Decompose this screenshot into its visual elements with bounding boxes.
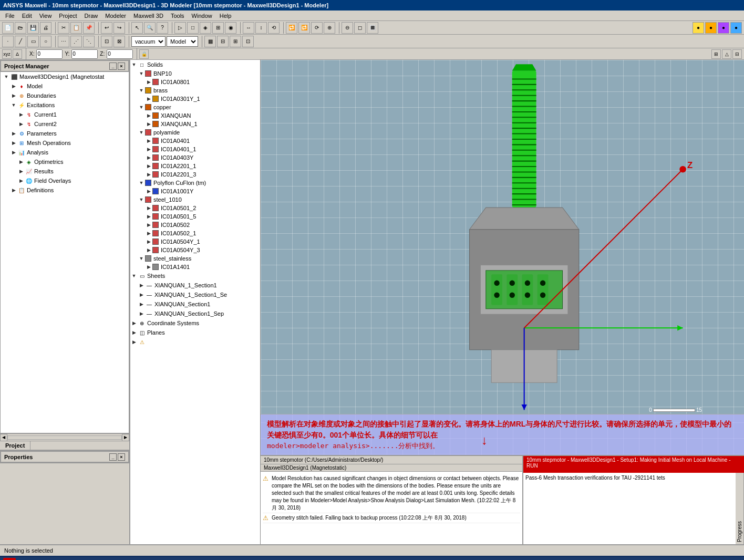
mod-btn-3[interactable]: ⋱ bbox=[83, 36, 95, 47]
menu-help[interactable]: Help bbox=[216, 12, 235, 20]
help-button[interactable]: ? bbox=[157, 22, 168, 34]
obj-planes[interactable]: ▶ ◫ Planes bbox=[130, 328, 260, 337]
obj-ic01a0504y1[interactable]: ▶ IC01A0504Y_1 bbox=[130, 237, 260, 246]
tree-item-parameters[interactable]: ▶ ⚙ Parameters bbox=[1, 129, 129, 138]
panel-minimize-btn[interactable]: _ bbox=[109, 63, 117, 70]
menu-project[interactable]: Project bbox=[56, 12, 80, 20]
menu-draw[interactable]: Draw bbox=[81, 12, 101, 20]
obj-polyamide[interactable]: ▼ polyamide bbox=[130, 128, 260, 137]
panel-close-btn[interactable]: × bbox=[118, 63, 125, 70]
copy-button[interactable]: 📋 bbox=[70, 22, 82, 34]
obj-xianquan1s1se[interactable]: ▶ — XIANQUAN_1_Section1_Se bbox=[130, 290, 260, 299]
lock-btn[interactable]: 🔒 bbox=[139, 49, 149, 59]
expander-current2[interactable]: ▶ bbox=[17, 120, 25, 128]
tree-scroll-right[interactable]: ▶ bbox=[122, 434, 129, 441]
obj-bnp10[interactable]: ▼ BNP10 bbox=[130, 69, 260, 78]
obj-tree-solids[interactable]: ▼ □ Solids bbox=[130, 60, 260, 69]
tb-btn-8[interactable]: ⟲ bbox=[268, 22, 280, 34]
coord-rel[interactable]: Δ bbox=[13, 49, 22, 59]
save-button[interactable]: 💾 bbox=[27, 22, 39, 34]
bottom-log-content[interactable]: ⚠ Model Resolution has caused significan… bbox=[261, 472, 522, 544]
tb-right-1[interactable]: ● bbox=[693, 22, 704, 34]
tb-btn-2[interactable]: □ bbox=[187, 22, 199, 34]
coord-y-input[interactable] bbox=[71, 49, 98, 59]
tree-item-definitions[interactable]: ▶ 📋 Definitions bbox=[1, 185, 129, 195]
obj-warning-item[interactable]: ▶ ⚠ bbox=[130, 337, 260, 347]
expander-excitations[interactable]: ▼ bbox=[10, 101, 17, 109]
snap-btn[interactable]: ⊠ bbox=[113, 36, 125, 47]
print-button[interactable]: 🖨 bbox=[40, 22, 51, 34]
tb-btn-4[interactable]: ⊞ bbox=[212, 22, 224, 34]
select-button[interactable]: ↖ bbox=[131, 22, 143, 34]
cut-button[interactable]: ✂ bbox=[58, 22, 69, 34]
obj-xianquans1sep[interactable]: ▶ — XIANQUAN_Section1_Sep bbox=[130, 309, 260, 318]
obj-ic01a0401[interactable]: ▶ IC01A0401 bbox=[130, 137, 260, 145]
menu-maxwell3d[interactable]: Maxwell 3D bbox=[130, 12, 167, 20]
obj-steel1010[interactable]: ▼ steel_1010 bbox=[130, 195, 260, 204]
obj-ic01a0801[interactable]: ▶ IC01A0801 bbox=[130, 78, 260, 86]
view-btn-1[interactable]: ▦ bbox=[204, 36, 216, 47]
tb-btn-11[interactable]: ⟳ bbox=[311, 22, 323, 34]
obj-ic01a1401[interactable]: ▶ IC01A1401 bbox=[130, 263, 260, 271]
coord-x-input[interactable] bbox=[36, 49, 63, 59]
expander-optimetrics[interactable]: ▶ bbox=[17, 158, 25, 165]
tree-item-current1[interactable]: ▶ ↯ Current1 bbox=[1, 110, 129, 119]
menu-view[interactable]: View bbox=[36, 12, 55, 20]
tree-item-current2[interactable]: ▶ ↯ Current2 bbox=[1, 119, 129, 129]
expander-current1[interactable]: ▶ bbox=[17, 111, 25, 118]
obj-ic01a0403y[interactable]: ▶ IC01A0403Y bbox=[130, 153, 260, 162]
tb-btn-15[interactable]: 🔳 bbox=[367, 22, 378, 34]
open-button[interactable]: 🗁 bbox=[15, 22, 26, 34]
tb-btn-14[interactable]: ◻ bbox=[354, 22, 366, 34]
obj-ic01a0504y3[interactable]: ▶ IC01A0504Y_3 bbox=[130, 246, 260, 254]
new-button[interactable]: 📄 bbox=[2, 22, 14, 34]
expander-definitions[interactable]: ▶ bbox=[10, 186, 17, 194]
tb-btn-7[interactable]: ↕ bbox=[255, 22, 267, 34]
mod-btn-2[interactable]: ⋰ bbox=[70, 36, 82, 47]
tree-item-mesh-ops[interactable]: ▶ ⊞ Mesh Operations bbox=[1, 138, 129, 148]
tb-btn-13[interactable]: ⊖ bbox=[342, 22, 353, 34]
snap-edge[interactable]: ⊟ bbox=[732, 49, 742, 59]
menu-file[interactable]: File bbox=[2, 12, 18, 20]
coord-z-input[interactable] bbox=[107, 49, 133, 59]
draw-circle[interactable]: ○ bbox=[40, 36, 51, 47]
obj-xianquan[interactable]: ▶ XIANQUAN bbox=[130, 111, 260, 120]
obj-ic01a1001y[interactable]: ▶ IC01A1001Y bbox=[130, 187, 260, 195]
project-tree[interactable]: ▼ ⬛ Maxwell3DDesign1 (Magnetostat ▶ ♦ Mo… bbox=[0, 71, 129, 433]
paste-button[interactable]: 📌 bbox=[83, 22, 95, 34]
expander-field-overlays[interactable]: ▶ bbox=[17, 177, 25, 184]
view-btn-4[interactable]: ⊡ bbox=[242, 36, 254, 47]
snap-vertex[interactable]: △ bbox=[722, 49, 731, 59]
undo-button[interactable]: ↩ bbox=[101, 22, 112, 34]
expander-results[interactable]: ▶ bbox=[17, 168, 25, 175]
zoom-button[interactable]: 🔍 bbox=[144, 22, 156, 34]
object-tree[interactable]: ▼ □ Solids ▼ BNP10 ▶ IC01A0801 ▼ brass bbox=[130, 60, 261, 544]
obj-ic01a05021[interactable]: ▶ IC01A0502_1 bbox=[130, 229, 260, 237]
obj-ic01a0502[interactable]: ▶ IC01A0502 bbox=[130, 221, 260, 229]
obj-ic01a05012[interactable]: ▶ IC01A0501_2 bbox=[130, 204, 260, 212]
menu-tools[interactable]: Tools bbox=[168, 12, 188, 20]
tree-item-analysis[interactable]: ▶ 📊 Analysis bbox=[1, 148, 129, 157]
tb-right-2[interactable]: ● bbox=[705, 22, 717, 34]
expander-analysis[interactable]: ▶ bbox=[10, 149, 17, 156]
tree-item-root[interactable]: ▼ ⬛ Maxwell3DDesign1 (Magnetostat bbox=[1, 72, 129, 81]
expander-parameters[interactable]: ▶ bbox=[10, 130, 17, 137]
menu-edit[interactable]: Edit bbox=[19, 12, 35, 20]
obj-xianquan1[interactable]: ▶ XIANQUAN_1 bbox=[130, 120, 260, 128]
menu-window[interactable]: Window bbox=[189, 12, 215, 20]
tb-btn-12[interactable]: ⊕ bbox=[324, 22, 335, 34]
tree-item-boundaries[interactable]: ▶ ⊕ Boundaries bbox=[1, 91, 129, 100]
draw-line[interactable]: ╱ bbox=[15, 36, 26, 47]
tree-scroll-left[interactable]: ◀ bbox=[0, 434, 7, 441]
draw-point[interactable]: · bbox=[2, 36, 14, 47]
props-close-btn[interactable]: × bbox=[118, 453, 125, 461]
view-btn-2[interactable]: ⊟ bbox=[217, 36, 229, 47]
mod-btn-1[interactable]: ⋯ bbox=[58, 36, 69, 47]
3d-viewport[interactable]: Z 模型解析在对象维度或对象之间的接触中引起了显著的变化。请将身体上的MRL与身… bbox=[261, 60, 744, 455]
tab-project[interactable]: Project bbox=[0, 441, 30, 450]
tb-btn-10[interactable]: 🔂 bbox=[298, 22, 310, 34]
obj-ic01a22011[interactable]: ▶ IC01A2201_1 bbox=[130, 162, 260, 170]
tb-btn-5[interactable]: ◉ bbox=[225, 22, 236, 34]
obj-ic01a0301y1[interactable]: ▶ IC01A0301Y_1 bbox=[130, 95, 260, 103]
view-btn-3[interactable]: ⊞ bbox=[230, 36, 241, 47]
